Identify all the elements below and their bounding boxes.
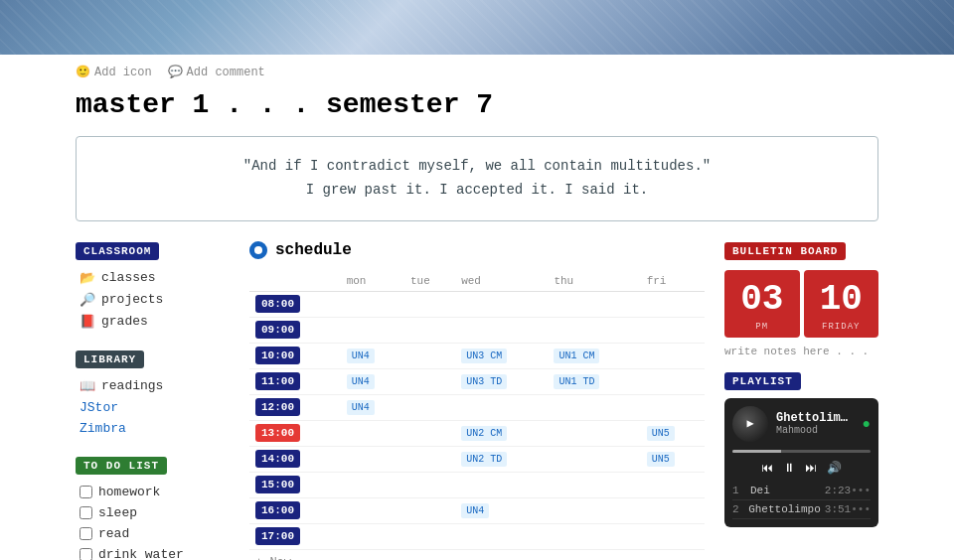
schedule-cell[interactable]: UN4	[455, 497, 548, 523]
schedule-cell[interactable]: UN3 CM	[455, 343, 548, 368]
schedule-cell[interactable]	[548, 420, 640, 446]
library-label: LIBRARY	[76, 350, 144, 368]
schedule-cell[interactable]	[548, 472, 640, 497]
schedule-cell[interactable]	[341, 446, 404, 472]
schedule-cell[interactable]	[548, 317, 640, 343]
table-row: 11:00UN4UN3 TDUN1 TD	[249, 368, 705, 394]
drink-water-checkbox[interactable]	[80, 548, 92, 560]
col-thu: thu	[548, 271, 640, 292]
schedule-cell[interactable]	[455, 523, 548, 549]
schedule-cell[interactable]	[641, 368, 705, 394]
schedule-cell[interactable]	[641, 523, 705, 549]
schedule-cell[interactable]	[404, 446, 455, 472]
track-more-1[interactable]: •••	[851, 485, 871, 496]
schedule-cell[interactable]	[341, 523, 404, 549]
schedule-cell[interactable]	[455, 291, 548, 317]
todo-item-read: read	[76, 524, 230, 543]
classroom-label: CLASSROOM	[76, 242, 159, 260]
sidebar-item-projects[interactable]: 🔎 projects	[76, 290, 230, 310]
cell-tag: UN5	[647, 452, 675, 467]
schedule-table: mon tue wed thu fri 08:0009:0010:00UN4UN…	[249, 271, 705, 550]
schedule-cell[interactable]	[341, 291, 404, 317]
schedule-cell[interactable]: UN2 TD	[455, 446, 548, 472]
schedule-cell[interactable]	[455, 317, 548, 343]
cell-tag: UN4	[461, 503, 489, 518]
cell-tag: UN5	[647, 426, 675, 441]
schedule-cell[interactable]	[548, 446, 640, 472]
schedule-cell[interactable]	[404, 497, 455, 523]
schedule-cell[interactable]	[404, 291, 455, 317]
prev-button[interactable]: ⏮	[761, 461, 773, 476]
next-button[interactable]: ⏭	[805, 461, 817, 476]
jstor-link[interactable]: JStor	[76, 398, 230, 417]
schedule-cell[interactable]	[548, 394, 640, 420]
play-pause-button[interactable]: ⏸	[783, 461, 795, 476]
schedule-cell[interactable]	[404, 420, 455, 446]
player-disc-icon[interactable]	[732, 406, 768, 442]
schedule-cell[interactable]: UN2 CM	[455, 420, 548, 446]
track-name-1: Dei	[750, 485, 821, 496]
volume-icon[interactable]: 🔊	[827, 461, 842, 476]
sidebar-item-grades[interactable]: 📕 grades	[76, 312, 230, 332]
schedule-cell[interactable]: UN3 TD	[455, 368, 548, 394]
schedule-cell[interactable]	[341, 472, 404, 497]
zimbra-link[interactable]: Zimbra	[76, 419, 230, 438]
schedule-cell[interactable]	[404, 394, 455, 420]
schedule-cell[interactable]	[341, 420, 404, 446]
schedule-cell[interactable]	[641, 291, 705, 317]
write-notes[interactable]: write notes here . . .	[724, 346, 878, 357]
player-card: Ghettolimpo Mahmood ● ⏮ ⏸ ⏭ 🔊 1	[724, 398, 878, 527]
quote-line2: I grew past it. I accepted it. I said it…	[96, 179, 858, 203]
schedule-cell[interactable]: UN5	[641, 420, 705, 446]
add-comment-button[interactable]: 💬 Add comment	[168, 65, 265, 79]
add-new-button[interactable]: + New	[249, 550, 705, 560]
cell-tag: UN2 TD	[461, 452, 507, 467]
homework-checkbox[interactable]	[80, 486, 92, 498]
read-checkbox[interactable]	[80, 527, 92, 540]
open-book-icon: 📖	[80, 378, 95, 394]
schedule-cell[interactable]	[641, 317, 705, 343]
schedule-cell[interactable]	[641, 497, 705, 523]
sidebar-item-classes[interactable]: 📂 classes	[76, 268, 230, 288]
schedule-cell[interactable]	[455, 394, 548, 420]
track-more-2[interactable]: •••	[851, 503, 871, 515]
schedule-cell[interactable]	[548, 291, 640, 317]
todo-item-homework: homework	[76, 483, 230, 501]
schedule-cell[interactable]: UN4	[341, 394, 404, 420]
schedule-cell[interactable]	[341, 317, 404, 343]
schedule-cell[interactable]	[641, 343, 705, 368]
schedule-cell[interactable]: UN4	[341, 368, 404, 394]
sidebar-item-readings[interactable]: 📖 readings	[76, 376, 230, 396]
schedule-cell[interactable]	[341, 497, 404, 523]
schedule-cell[interactable]: UN1 TD	[548, 368, 640, 394]
cell-tag: UN2 CM	[461, 426, 507, 441]
comment-icon: 💬	[168, 65, 183, 79]
schedule-cell[interactable]	[548, 523, 640, 549]
cell-tag: UN4	[347, 374, 375, 389]
track-item-1: 1 Dei 2:23 •••	[732, 482, 871, 500]
schedule-cell[interactable]: UN1 CM	[548, 343, 640, 368]
schedule-cell[interactable]: UN4	[341, 343, 404, 368]
add-icon-button[interactable]: 🙂 Add icon	[76, 65, 152, 79]
spotify-icon: ●	[863, 416, 871, 432]
todo-label: TO DO LIST	[76, 457, 167, 475]
schedule-cell[interactable]	[641, 394, 705, 420]
time-cell: 09:00	[255, 321, 300, 339]
library-section: LIBRARY 📖 readings JStor Zimbra	[76, 350, 230, 438]
schedule-cell[interactable]	[404, 343, 455, 368]
schedule-cell[interactable]	[548, 497, 640, 523]
player-track-title: Ghettolimpo	[776, 411, 855, 425]
schedule-cell[interactable]	[404, 523, 455, 549]
player-artist: Mahmood	[776, 425, 855, 436]
player-top: Ghettolimpo Mahmood ●	[732, 406, 871, 442]
schedule-cell[interactable]: UN5	[641, 446, 705, 472]
time-cell: 17:00	[255, 527, 300, 545]
schedule-cell[interactable]	[455, 472, 548, 497]
schedule-cell[interactable]	[404, 472, 455, 497]
emoji-icon: 🙂	[76, 65, 90, 79]
schedule-cell[interactable]	[404, 317, 455, 343]
schedule-cell[interactable]	[404, 368, 455, 394]
schedule-cell[interactable]	[641, 472, 705, 497]
sleep-checkbox[interactable]	[80, 506, 92, 519]
progress-bar[interactable]	[732, 450, 871, 453]
